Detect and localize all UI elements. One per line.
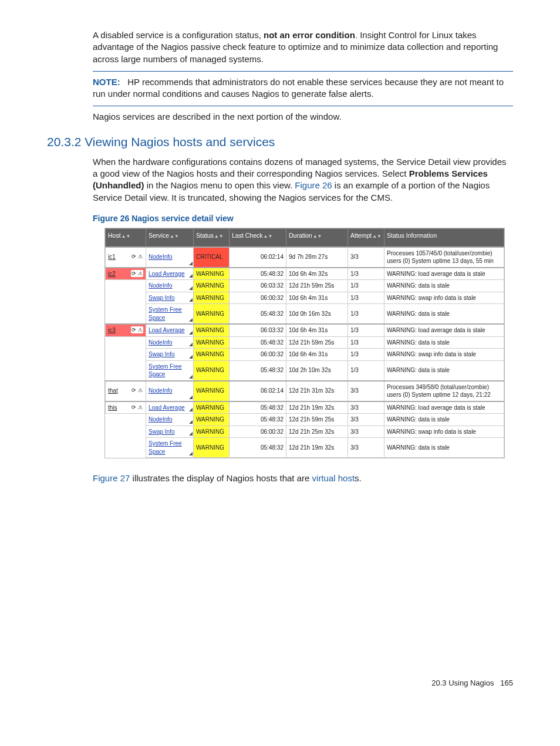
- table-row: System Free Space◢WARNING05:48:3210d 0h …: [106, 304, 504, 325]
- host-action-icons[interactable]: ⟳ ⚠: [131, 270, 143, 277]
- col-attempt[interactable]: Attempt▲▼: [348, 228, 384, 247]
- last-check-cell: 05:48:32: [230, 268, 286, 280]
- status-badge: WARNING: [194, 414, 230, 426]
- attempt-cell: 1/3: [348, 280, 384, 292]
- service-cell[interactable]: Load Average◢: [146, 268, 194, 280]
- last-check-cell: 05:48:32: [230, 336, 286, 349]
- table-row: ic2⟳ ⚠Load Average◢WARNING05:48:3210d 6h…: [106, 268, 504, 280]
- table-row: NodeInfo◢WARNING05:48:3212d 21h 59m 25s3…: [106, 414, 504, 426]
- last-check-cell: 06:00:32: [230, 426, 286, 438]
- service-cell[interactable]: Load Average◢: [146, 324, 194, 336]
- host-action-icons[interactable]: ⟳ ⚠: [131, 326, 143, 333]
- col-host[interactable]: Host▲▼: [106, 228, 146, 247]
- table-row: Swap Info◢WARNING06:00:3210d 6h 4m 31s1/…: [106, 292, 504, 304]
- status-info-cell: WARNING: data is stale: [384, 438, 504, 458]
- host-action-icons[interactable]: ⟳ ⚠: [131, 387, 143, 394]
- attempt-cell: 1/3: [348, 360, 384, 381]
- col-duration[interactable]: Duration▲▼: [286, 228, 348, 247]
- note-label: NOTE:: [93, 77, 120, 87]
- corner-icon: ◢: [189, 354, 193, 360]
- service-cell[interactable]: System Free Space◢: [146, 304, 194, 325]
- figure-link[interactable]: Figure 26: [295, 180, 332, 190]
- divider: [93, 106, 513, 106]
- status-info-cell: WARNING: data is stale: [384, 280, 504, 292]
- figure-link[interactable]: Figure 27: [93, 473, 130, 483]
- status-badge: WARNING: [194, 304, 230, 325]
- last-check-cell: 05:48:32: [230, 438, 286, 458]
- status-info-cell: WARNING: data is stale: [384, 360, 504, 381]
- col-service[interactable]: Service▲▼: [146, 228, 194, 247]
- text: in the Nagios menu to open this view.: [144, 180, 295, 190]
- duration-cell: 9d 7h 28m 27s: [286, 247, 348, 268]
- service-cell[interactable]: NodeInfo◢: [146, 381, 194, 401]
- divider: [93, 71, 513, 72]
- sort-icon: ▲▼: [264, 234, 273, 239]
- term-link[interactable]: virtual host: [312, 473, 355, 483]
- corner-icon: ◢: [189, 330, 193, 336]
- service-cell[interactable]: NodeInfo◢: [146, 247, 194, 268]
- host-cell: [106, 426, 146, 438]
- duration-cell: 10d 6h 4m 31s: [286, 292, 348, 304]
- sort-icon: ▲▼: [372, 234, 382, 239]
- attempt-cell: 1/3: [348, 292, 384, 304]
- status-badge: WARNING: [194, 349, 230, 361]
- corner-icon: ◢: [189, 451, 193, 457]
- service-cell[interactable]: System Free Space◢: [146, 438, 194, 458]
- host-action-icons[interactable]: ⟳ ⚠: [131, 404, 143, 411]
- note-text: HP recommends that administrators do not…: [93, 77, 504, 99]
- host-cell: [106, 280, 146, 292]
- corner-icon: ◢: [189, 342, 193, 348]
- attempt-cell: 1/3: [348, 268, 384, 280]
- table-row: NodeInfo◢WARNING05:48:3212d 21h 59m 25s1…: [106, 336, 504, 349]
- section-title: Viewing Nagios hosts and services: [85, 135, 275, 148]
- table-row: Swap Info◢WARNING06:00:3212d 21h 25m 32s…: [106, 426, 504, 438]
- section-paragraph: When the hardware configurations contain…: [93, 156, 513, 204]
- host-cell[interactable]: ic2⟳ ⚠: [106, 268, 146, 280]
- status-info-cell: Processes 349/58/0 (total/user/zombie) u…: [384, 381, 504, 401]
- duration-cell: 10d 0h 16m 32s: [286, 304, 348, 325]
- corner-icon: ◢: [189, 407, 193, 413]
- table-row: Swap Info◢WARNING06:00:3210d 6h 4m 31s1/…: [106, 349, 504, 361]
- service-cell[interactable]: Swap Info◢: [146, 292, 194, 304]
- duration-cell: 10d 6h 4m 31s: [286, 349, 348, 361]
- host-action-icons[interactable]: ⟳ ⚠: [131, 253, 143, 260]
- service-cell[interactable]: Swap Info◢: [146, 349, 194, 361]
- col-status-info: Status Information: [384, 228, 504, 247]
- host-cell[interactable]: ic3⟳ ⚠: [106, 324, 146, 336]
- table-header-row: Host▲▼ Service▲▼ Status▲▼ Last Check▲▼ D…: [106, 228, 504, 247]
- status-badge: WARNING: [194, 426, 230, 438]
- status-info-cell: WARNING: load average data is stale: [384, 401, 504, 414]
- footer-section: 20.3 Using Nagios: [431, 679, 494, 687]
- last-check-cell: 06:03:32: [230, 280, 286, 292]
- corner-icon: ◢: [189, 261, 193, 267]
- last-check-cell: 05:48:32: [230, 401, 286, 414]
- duration-cell: 12d 21h 31m 32s: [286, 381, 348, 401]
- service-cell[interactable]: NodeInfo◢: [146, 280, 194, 292]
- host-cell[interactable]: that⟳ ⚠: [106, 381, 146, 401]
- attempt-cell: 3/3: [348, 247, 384, 268]
- last-check-cell: 06:00:32: [230, 349, 286, 361]
- service-cell[interactable]: NodeInfo◢: [146, 336, 194, 349]
- table-row: that⟳ ⚠NodeInfo◢WARNING06:02:1412d 21h 3…: [106, 381, 504, 401]
- status-badge: WARNING: [194, 280, 230, 292]
- corner-icon: ◢: [189, 273, 193, 279]
- status-info-cell: WARNING: load average data is stale: [384, 324, 504, 336]
- note-paragraph: NOTE: HP recommends that administrators …: [93, 76, 513, 100]
- host-cell[interactable]: ic1⟳ ⚠: [106, 247, 146, 268]
- attempt-cell: 1/3: [348, 336, 384, 349]
- attempt-cell: 1/3: [348, 304, 384, 325]
- service-cell[interactable]: Swap Info◢: [146, 426, 194, 438]
- status-badge: WARNING: [194, 360, 230, 381]
- status-badge: WARNING: [194, 324, 230, 336]
- col-status[interactable]: Status▲▼: [194, 228, 230, 247]
- service-cell[interactable]: System Free Space◢: [146, 360, 194, 381]
- service-cell[interactable]: NodeInfo◢: [146, 414, 194, 426]
- bold-text: not an error condition: [264, 30, 355, 40]
- col-last-check[interactable]: Last Check▲▼: [230, 228, 286, 247]
- attempt-cell: 3/3: [348, 426, 384, 438]
- status-info-cell: WARNING: swap info data is stale: [384, 426, 504, 438]
- host-cell: [106, 438, 146, 458]
- service-cell[interactable]: Load Average◢: [146, 401, 194, 414]
- sort-icon: ▲▼: [170, 234, 179, 239]
- host-cell[interactable]: this⟳ ⚠: [106, 401, 146, 414]
